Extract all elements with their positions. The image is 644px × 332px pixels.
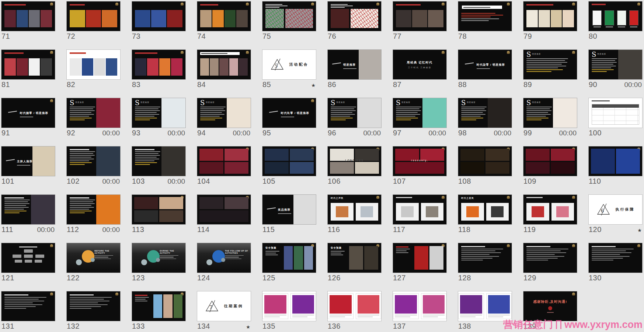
slide-thumbnail[interactable]: roseonly. <box>393 146 447 176</box>
slide-label: 85★ <box>262 80 316 89</box>
slide-thumbnail[interactable]: 时代之声奖 <box>327 194 382 225</box>
slide-thumbnail[interactable] <box>523 194 577 225</box>
slide-thumbnail[interactable]: 6执行保障 <box>588 194 643 225</box>
slide-cell: 11100:00 <box>1 194 55 243</box>
deck-logo-icon <box>507 3 510 6</box>
slide-label: 71 <box>1 32 55 41</box>
slide-thumbnail[interactable]: S明星推荐 <box>132 98 186 128</box>
slide-thumbnail[interactable]: S明星推荐 <box>458 98 512 128</box>
slide-thumbnail[interactable] <box>588 243 643 273</box>
slide-thumbnail[interactable]: 奖品推荐 <box>262 194 316 225</box>
slide-thumbnail[interactable] <box>66 291 121 321</box>
slide-thumbnail[interactable] <box>458 291 512 321</box>
slide-thumbnail[interactable]: 时代之星奖 <box>458 194 512 225</box>
slide-number: 121 <box>1 274 14 282</box>
slide-label: 101 <box>1 177 55 186</box>
slide-thumbnail[interactable]: 时代柒零 / 明星推荐 <box>458 49 512 80</box>
slide-thumbnail[interactable] <box>523 146 577 176</box>
slide-thumbnail[interactable]: S明星推荐 <box>197 98 251 128</box>
slide-thumbnail[interactable] <box>197 194 251 225</box>
slide-label: 129 <box>523 274 577 282</box>
slide-thumbnail[interactable] <box>327 1 382 31</box>
slide-cell: 108 <box>458 146 512 194</box>
slide-thumbnail[interactable]: LONGINES <box>327 146 382 176</box>
slide-thumbnail[interactable]: BEFORE THE ACTIVITY <box>66 243 121 273</box>
slide-thumbnail[interactable] <box>393 243 447 273</box>
deck-logo-icon <box>572 196 575 199</box>
slide-thumbnail[interactable]: 安全预案 <box>327 243 382 273</box>
slide-thumbnail[interactable] <box>262 291 316 321</box>
slide-cell: S明星推荐9300:00 <box>132 98 186 146</box>
slide-number: 107 <box>393 177 406 186</box>
slide-label: 120★ <box>588 225 643 234</box>
slide-label: 118 <box>458 225 512 234</box>
slide-rehearsal-time: 00:00 <box>233 129 250 137</box>
slide-thumbnail[interactable] <box>1 1 55 31</box>
slide-number: 131 <box>1 322 14 331</box>
slide-thumbnail[interactable] <box>66 146 121 176</box>
slide-number: 87 <box>393 80 401 89</box>
slide-thumbnail[interactable]: 时代玖零 / 明星推荐 <box>262 98 316 128</box>
slide-number: 81 <box>1 80 10 89</box>
slide-label: 83 <box>132 80 186 89</box>
slide-label: 139 <box>523 322 577 331</box>
deck-logo-icon <box>376 3 379 6</box>
slide-thumbnail[interactable] <box>327 291 382 321</box>
slide-thumbnail[interactable]: 主持人推荐 <box>1 146 55 176</box>
slide-label: 108 <box>458 177 512 186</box>
slide-thumbnail[interactable] <box>132 194 186 225</box>
slide-thumbnail[interactable] <box>262 146 316 176</box>
slide-thumbnail[interactable]: S明星推荐 <box>523 98 577 128</box>
slide-thumbnail[interactable]: 7往期案例 <box>197 291 251 321</box>
slide-thumbnail[interactable]: S明星推荐 <box>393 98 447 128</box>
slide-thumbnail[interactable] <box>262 1 316 31</box>
slide-thumbnail[interactable] <box>66 194 121 225</box>
slide-thumbnail[interactable]: S明星推荐 <box>588 49 643 80</box>
slide-cell: 奖品推荐115 <box>262 194 316 243</box>
slide-thumbnail[interactable]: 时代捌零 / 明星推荐 <box>1 98 55 128</box>
slide-thumbnail[interactable] <box>458 146 512 176</box>
slide-thumbnail[interactable] <box>197 49 251 80</box>
slide-thumbnail[interactable] <box>393 291 447 321</box>
slide-thumbnail[interactable]: DURING THE ACTIVITY <box>132 243 186 273</box>
slide-thumbnail[interactable]: 安全预案 <box>262 243 316 273</box>
slide-thumbnail[interactable] <box>132 49 186 80</box>
slide-number: 72 <box>67 32 75 41</box>
slide-thumbnail[interactable] <box>197 1 251 31</box>
slide-thumbnail[interactable]: 用经典 记忆时代三个时代 三种推荐 <box>393 49 447 80</box>
slide-cell: 84 <box>197 49 251 98</box>
slide-label: 86 <box>327 80 382 89</box>
slide-thumbnail[interactable]: S明星推荐 <box>66 98 121 128</box>
slide-thumbnail[interactable] <box>523 243 577 273</box>
slide-thumbnail[interactable] <box>458 243 512 273</box>
slide-thumbnail[interactable] <box>523 1 577 31</box>
slide-thumbnail[interactable]: S明星推荐 <box>327 98 382 128</box>
slide-thumbnail[interactable] <box>197 146 251 176</box>
slide-thumbnail[interactable] <box>66 1 121 31</box>
slide-thumbnail[interactable] <box>1 291 55 321</box>
slide-thumbnail[interactable] <box>66 49 121 80</box>
slide-thumbnail[interactable] <box>393 1 447 31</box>
slide-label: 9400:00 <box>197 129 251 137</box>
slide-thumbnail[interactable] <box>132 1 186 31</box>
slide-thumbnail[interactable] <box>458 1 512 31</box>
slide-thumbnail[interactable] <box>588 146 643 176</box>
slide-label: 9900:00 <box>523 129 577 137</box>
slide-thumbnail[interactable] <box>1 243 55 273</box>
slide-number: 117 <box>393 225 405 234</box>
slide-thumbnail[interactable] <box>1 194 55 225</box>
slide-thumbnail[interactable] <box>393 194 447 225</box>
slide-thumbnail[interactable]: 感谢聆听,及时沟通! <box>523 291 577 321</box>
slide-label: 124 <box>197 274 251 282</box>
slide-thumbnail[interactable] <box>132 146 186 176</box>
slide-thumbnail[interactable] <box>588 98 643 128</box>
slide-thumbnail[interactable]: 明星推荐 <box>327 49 382 80</box>
slide-cell: 时代玖零 / 明星推荐95 <box>262 98 316 146</box>
slide-number: 92 <box>67 129 75 137</box>
slide-thumbnail[interactable] <box>132 291 186 321</box>
slide-thumbnail[interactable]: THE FOLLOW UP OF ACTIVITIES <box>197 243 251 273</box>
slide-thumbnail[interactable]: S明星推荐 <box>523 49 577 80</box>
slide-thumbnail[interactable] <box>1 49 55 80</box>
slide-thumbnail[interactable] <box>588 1 643 31</box>
slide-thumbnail[interactable]: 5活动配合 <box>262 49 316 80</box>
